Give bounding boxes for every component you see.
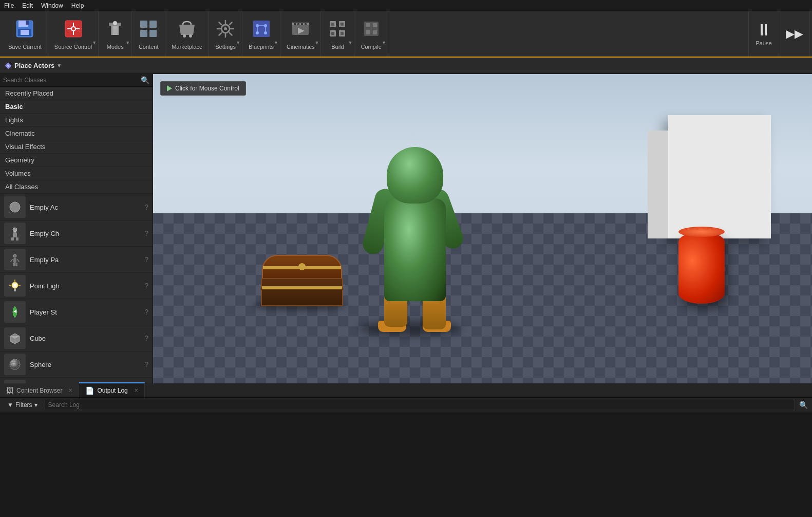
filters-button[interactable]: ▼ Filters ▾ <box>4 400 41 410</box>
build-icon <box>327 19 348 42</box>
player-start-help-icon[interactable]: ? <box>144 308 148 316</box>
sidebar-cat-geometry[interactable]: Geometry <box>0 154 153 167</box>
menu-bar: File Edit Window Help <box>0 0 812 11</box>
menu-edit[interactable]: Edit <box>22 2 33 9</box>
sidebar-cat-visual-effects[interactable]: Visual Effects <box>0 140 153 154</box>
svg-point-53 <box>13 254 16 257</box>
svg-line-55 <box>11 260 12 262</box>
bottom-section: 🖼 Content Browser ✕ 📄 Output Log ✕ ▼ Fil… <box>0 383 812 517</box>
mouse-control-button[interactable]: Click for Mouse Control <box>160 81 246 96</box>
search-classes-input[interactable] <box>3 77 139 84</box>
svg-point-18 <box>224 27 227 30</box>
sphere-label: Sphere <box>30 361 140 368</box>
skip-next-icon: ▶▶ <box>786 28 803 40</box>
svg-point-49 <box>13 228 17 232</box>
content-icon <box>138 19 159 42</box>
content-browser-tab-close[interactable]: ✕ <box>68 387 72 393</box>
log-search-input[interactable] <box>45 400 795 410</box>
save-icon <box>14 19 35 42</box>
svg-rect-14 <box>149 30 157 37</box>
source-control-label: Source Control <box>54 44 92 50</box>
menu-window[interactable]: Window <box>41 2 63 9</box>
source-control-icon <box>63 19 84 42</box>
build-label: Build <box>331 44 344 50</box>
svg-rect-30 <box>297 23 299 25</box>
marketplace-icon <box>177 19 197 42</box>
sidebar-cat-recently-placed[interactable]: Recently Placed <box>0 87 153 100</box>
build-button[interactable]: Build ▼ <box>321 11 354 57</box>
sidebar-cat-volumes[interactable]: Volumes <box>0 167 153 180</box>
sidebar-item-empty-actor[interactable]: Empty Ac ? <box>0 194 153 220</box>
marketplace-button[interactable]: Marketplace <box>165 11 209 57</box>
chest-lock <box>298 263 306 270</box>
menu-help[interactable]: Help <box>71 2 84 9</box>
empty-pawn-help-icon[interactable]: ? <box>144 255 148 264</box>
svg-point-48 <box>10 202 20 212</box>
mouse-control-label: Click for Mouse Control <box>175 85 239 92</box>
cinematics-button[interactable]: Cinematics ▼ <box>280 11 321 57</box>
sidebar: 🔍 Recently Placed Basic Lights Cinematic… <box>0 74 153 383</box>
blueprints-arrow: ▼ <box>274 40 278 45</box>
output-log-tab-icon: 📄 <box>85 386 94 395</box>
cube-icon <box>4 327 26 349</box>
place-actors-title[interactable]: Place Actors ▼ <box>4 62 62 70</box>
svg-rect-44 <box>373 23 377 27</box>
svg-rect-29 <box>294 23 296 25</box>
sidebar-cat-lights[interactable]: Lights <box>0 114 153 127</box>
log-toolbar: ▼ Filters ▾ 🔍 <box>0 398 812 412</box>
filters-dropdown-icon: ▾ <box>34 401 37 409</box>
tab-output-log[interactable]: 📄 Output Log ✕ <box>79 382 144 397</box>
svg-point-23 <box>264 31 267 34</box>
svg-rect-51 <box>11 237 14 241</box>
main-layout: 🔍 Recently Placed Basic Lights Cinematic… <box>0 74 812 383</box>
source-control-button[interactable]: Source Control ▼ <box>48 11 99 57</box>
content-button[interactable]: Content <box>132 11 165 57</box>
sidebar-cat-all-classes[interactable]: All Classes <box>0 180 153 194</box>
empty-character-help-icon[interactable]: ? <box>144 229 148 237</box>
build-arrow: ▼ <box>348 40 353 45</box>
compile-label: Compile <box>361 44 381 50</box>
treasure-chest <box>261 255 343 306</box>
sidebar-item-player-start[interactable]: Player St ? <box>0 299 153 325</box>
sidebar-item-cube[interactable]: Cube ? <box>0 325 153 352</box>
mouse-control-play-icon <box>167 85 172 91</box>
settings-icon <box>215 19 236 42</box>
filter-funnel-icon: ▼ <box>7 401 13 409</box>
sidebar-item-point-light[interactable]: Point Ligh ? <box>0 273 153 299</box>
sidebar-cat-basic[interactable]: Basic <box>0 100 153 114</box>
modes-button[interactable]: Modes ▼ <box>99 11 132 57</box>
cinematics-icon <box>290 19 311 42</box>
compile-button[interactable]: Compile ▼ <box>354 11 388 57</box>
viewport-wall-side <box>648 131 668 238</box>
svg-rect-13 <box>140 30 147 37</box>
output-log-tab-close[interactable]: ✕ <box>134 387 138 393</box>
filters-label: Filters <box>15 401 32 409</box>
sidebar-cat-cinematic[interactable]: Cinematic <box>0 127 153 140</box>
tab-content-browser[interactable]: 🖼 Content Browser ✕ <box>0 383 79 397</box>
svg-point-71 <box>10 359 20 370</box>
sphere-help-icon[interactable]: ? <box>144 360 148 368</box>
empty-actor-help-icon[interactable]: ? <box>144 203 148 211</box>
save-current-button[interactable]: Save Current <box>2 11 48 57</box>
svg-rect-4 <box>21 30 29 35</box>
sidebar-item-sphere[interactable]: Sphere ? <box>0 352 153 378</box>
settings-button[interactable]: Settings ▼ <box>209 11 242 57</box>
svg-line-56 <box>17 260 19 262</box>
empty-pawn-icon <box>4 249 26 270</box>
point-light-help-icon[interactable]: ? <box>144 282 148 290</box>
compile-icon <box>361 19 382 42</box>
svg-rect-50 <box>13 232 17 237</box>
menu-file[interactable]: File <box>4 2 14 9</box>
compile-arrow: ▼ <box>382 40 386 45</box>
sidebar-item-empty-pawn[interactable]: Empty Pa ? <box>0 247 153 273</box>
skip-next-button[interactable]: ▶▶ <box>779 11 810 57</box>
pause-button[interactable]: ⏸ Pause <box>748 11 779 57</box>
point-light-label: Point Ligh <box>30 282 140 290</box>
cube-help-icon[interactable]: ? <box>144 334 148 342</box>
viewport[interactable]: Click for Mouse Control <box>153 74 812 383</box>
svg-point-20 <box>256 24 259 27</box>
blueprints-button[interactable]: Blueprints ▼ <box>242 11 280 57</box>
sidebar-item-empty-character[interactable]: Empty Ch ? <box>0 220 153 247</box>
game-character <box>369 157 461 332</box>
svg-rect-9 <box>112 26 118 35</box>
